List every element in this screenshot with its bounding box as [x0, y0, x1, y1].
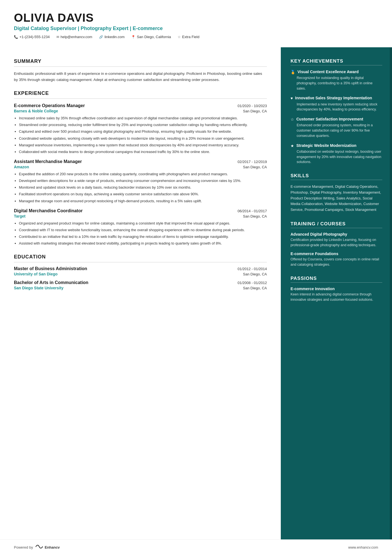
training-1-title: Advanced Digital Photography — [291, 232, 382, 236]
candidate-title: Digital Catalog Supervisor | Photography… — [14, 26, 378, 31]
footer-left: Powered by Enhancv — [14, 544, 60, 551]
list-item: Managed warehouse inventories, implement… — [19, 142, 267, 148]
education-title: EDUCATION — [14, 254, 267, 260]
left-column: SUMMARY Enthusiastic professional with 8… — [0, 47, 281, 539]
list-item: Developed written descriptions for a wid… — [19, 178, 267, 184]
job-1-sub: Barnes & Noble College San Diego, CA — [14, 109, 267, 113]
candidate-name: OLIVIA DAVIS — [14, 11, 378, 24]
achievement-1-icon: 🏅 — [291, 70, 295, 74]
phone-number: +1-(234)-555-1234 — [19, 35, 50, 39]
summary-text: Enthusiastic professional with 8 years o… — [14, 71, 267, 83]
edu-2-degree: Bachelor of Arts in Communication — [14, 280, 88, 285]
job-2-location: San Diego, CA — [243, 165, 267, 169]
achievement-4-title: Strategic Website Modernization — [296, 143, 356, 148]
job-2-sub: Amazon San Diego, CA — [14, 165, 267, 169]
footer: Powered by Enhancv www.enhancv.com — [0, 539, 392, 555]
job-1-location: San Diego, CA — [243, 109, 267, 113]
achievement-3-desc: Enhanced order processing system, result… — [291, 123, 382, 138]
job-3-location: San Diego, CA — [243, 214, 267, 218]
job-3-company: Target — [14, 214, 26, 218]
edu-1: Master of Business Administration 01/201… — [14, 266, 267, 276]
phone-contact: 📞 +1-(234)-555-1234 — [14, 35, 50, 39]
achievement-2-icon: ♥ — [291, 96, 293, 100]
achievement-1-title: Visual Content Excellence Award — [297, 69, 359, 74]
achievement-2: ♥ Innovative Sales Strategy Implementati… — [291, 95, 382, 112]
location-text: San Diego, California — [137, 35, 171, 39]
achievements-divider — [291, 65, 382, 65]
list-item: Organized and prepared product images fo… — [19, 221, 267, 226]
training-2-desc: Offered by Coursera, covers core concept… — [291, 257, 382, 267]
experience-divider — [14, 98, 267, 99]
brand-name: Enhancv — [45, 545, 60, 549]
list-item: Monitored and updated stock levels on a … — [19, 185, 267, 190]
list-item: Contributed to an initiative that led to… — [19, 234, 267, 240]
list-item: Assisted with marketing strategies that … — [19, 241, 267, 246]
achievement-1-header: 🏅 Visual Content Excellence Award — [291, 69, 382, 74]
email-icon: ✉ — [56, 35, 59, 39]
job-2-header: Assistant Merchandise Manager 02/2017 - … — [14, 159, 267, 164]
achievement-2-desc: Implemented a new inventory system reduc… — [291, 102, 382, 112]
achievement-3-title: Customer Satisfaction Improvement — [296, 117, 363, 122]
edu-2: Bachelor of Arts in Communication 01/200… — [14, 280, 267, 290]
list-item: Expedited the addition of 200 new produc… — [19, 171, 267, 177]
linkedin-url: linkedin.com — [105, 35, 125, 39]
job-2-dates: 02/2017 - 12/2019 — [237, 160, 267, 164]
job-3-dates: 06/2014 - 01/2017 — [237, 209, 267, 213]
job-3-bullets: Organized and prepared product images fo… — [14, 221, 267, 246]
achievement-3: ☆ Customer Satisfaction Improvement Enha… — [291, 117, 382, 138]
job-1-company: Barnes & Noble College — [14, 109, 58, 113]
achievement-4: ★ Strategic Website Modernization Collab… — [291, 143, 382, 165]
passion-item-title: E-commerce Innovation — [291, 287, 382, 291]
edu-2-header: Bachelor of Arts in Communication 01/200… — [14, 280, 267, 285]
achievement-4-desc: Collaborated on website layout redesign,… — [291, 149, 382, 165]
edu-2-location: San Diego, CA — [243, 286, 267, 290]
job-2-title: Assistant Merchandise Manager — [14, 159, 82, 164]
edu-1-location: San Diego, CA — [243, 272, 267, 276]
extra-field: Extra Field — [182, 35, 199, 39]
summary-divider — [14, 66, 267, 67]
location-icon: 📍 — [131, 35, 135, 39]
job-3-sub: Target San Diego, CA — [14, 214, 267, 218]
link-icon: 🔗 — [99, 35, 103, 39]
job-3: Digital Merchandise Coordinator 06/2014 … — [14, 208, 267, 246]
training-2-title: E-commerce Foundations — [291, 251, 382, 256]
job-3-header: Digital Merchandise Coordinator 06/2014 … — [14, 208, 267, 213]
phone-icon: 📞 — [14, 35, 18, 39]
list-item: Coordinated with IT to resolve website f… — [19, 227, 267, 233]
passions-divider — [291, 282, 382, 283]
achievement-2-header: ♥ Innovative Sales Strategy Implementati… — [291, 95, 382, 100]
main-content: SUMMARY Enthusiastic professional with 8… — [0, 47, 392, 539]
achievement-1-desc: Recognized for outstanding quality in di… — [291, 75, 382, 91]
achievement-3-header: ☆ Customer Satisfaction Improvement — [291, 117, 382, 122]
list-item: Coordinated website updates, working clo… — [19, 136, 267, 141]
job-3-title: Digital Merchandise Coordinator — [14, 208, 83, 213]
skills-divider — [291, 180, 382, 180]
achievement-4-header: ★ Strategic Website Modernization — [291, 143, 382, 148]
email-address: help@enhancv.com — [61, 35, 92, 39]
edu-1-header: Master of Business Administration 01/201… — [14, 266, 267, 271]
job-1-header: E-commerce Operations Manager 01/2020 - … — [14, 103, 267, 108]
job-2: Assistant Merchandise Manager 02/2017 - … — [14, 159, 267, 204]
list-item: Increased online sales by 35% through ef… — [19, 115, 267, 121]
training-divider — [291, 228, 382, 228]
passions-title: PASSIONS — [291, 276, 382, 281]
education-divider — [14, 262, 267, 262]
header-section: OLIVIA DAVIS Digital Catalog Supervisor … — [0, 0, 392, 47]
achievement-2-title: Innovative Sales Strategy Implementation — [295, 95, 372, 100]
star-icon: ☆ — [178, 35, 181, 39]
training-1-desc: Certification provided by LinkedIn Learn… — [291, 237, 382, 248]
achievement-1: 🏅 Visual Content Excellence Award Recogn… — [291, 69, 382, 91]
powered-by-text: Powered by — [14, 545, 33, 549]
skills-title: SKILLS — [291, 173, 382, 179]
training-2: E-commerce Foundations Offered by Course… — [291, 251, 382, 267]
email-contact: ✉ help@enhancv.com — [56, 35, 92, 39]
job-2-company: Amazon — [14, 165, 29, 169]
edu-1-dates: 01/2012 - 01/2014 — [237, 267, 267, 271]
skills-text: E-commerce Management, Digital Catalog O… — [291, 184, 382, 213]
list-item: Streamlined order processing, reducing o… — [19, 122, 267, 128]
achievement-4-icon: ★ — [291, 144, 294, 148]
job-1-title: E-commerce Operations Manager — [14, 103, 85, 108]
edu-2-sub: San Diego State University San Diego, CA — [14, 286, 267, 290]
edu-1-sub: University of San Diego San Diego, CA — [14, 272, 267, 276]
training-1: Advanced Digital Photography Certificati… — [291, 232, 382, 248]
